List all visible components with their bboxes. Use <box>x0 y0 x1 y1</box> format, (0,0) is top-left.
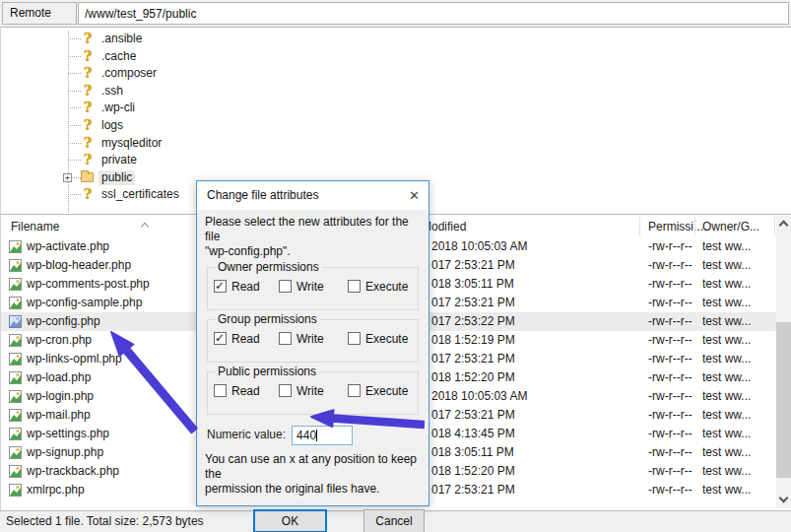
chevron-up-icon <box>779 221 789 231</box>
numeric-value-row: Numeric value:440 <box>207 424 421 445</box>
tree-item-ansible[interactable]: ?.ansible <box>1 31 395 47</box>
public-permissions-group: Public permissions ReadWriteExecute <box>207 371 419 415</box>
scroll-up-button[interactable] <box>776 216 791 232</box>
folder-icon <box>81 172 94 182</box>
unknown-folder-icon: ? <box>81 32 95 46</box>
remote-site-label: Remote site: <box>2 2 77 25</box>
chevron-down-icon <box>779 494 789 503</box>
text-cursor <box>316 430 317 441</box>
public-read-checkbox[interactable] <box>214 384 227 397</box>
remote-site-path-input[interactable] <box>78 2 789 25</box>
scrollbar-thumb[interactable] <box>776 322 791 478</box>
php-file-icon <box>9 278 22 291</box>
ftp-client-window: Remote site: ?.ansible ?.cache ?.compose… <box>0 0 791 532</box>
tree-item-label: .composer <box>99 66 160 81</box>
group-read-checkbox[interactable] <box>214 332 227 345</box>
tree-item-wp-cli[interactable]: ?.wp-cli <box>1 100 395 116</box>
tree-item-mysqleditor[interactable]: ?mysqleditor <box>1 135 395 152</box>
group-write-checkbox[interactable] <box>279 332 292 345</box>
tree-item-label: private <box>99 153 140 167</box>
php-file-icon-selected <box>9 315 22 328</box>
vertical-scrollbar[interactable] <box>776 216 791 508</box>
php-file-icon <box>9 446 22 459</box>
tree-item-private[interactable]: ?private <box>1 152 395 168</box>
group-execute-checkbox[interactable] <box>348 332 361 345</box>
tree-item-label: logs <box>99 118 126 133</box>
sort-ascending-icon <box>142 222 149 229</box>
php-file-icon <box>9 484 22 497</box>
numeric-value-label: Numeric value: <box>207 428 286 441</box>
tree-item-cache[interactable]: ?.cache <box>1 48 395 65</box>
owner-write-checkbox[interactable] <box>279 280 292 293</box>
close-icon[interactable]: ✕ <box>409 181 420 210</box>
unknown-folder-icon: ? <box>81 136 95 151</box>
php-file-icon <box>9 297 22 309</box>
php-file-icon <box>9 240 22 253</box>
tree-item-label: .wp-cli <box>99 100 138 115</box>
remote-site-bar: Remote site: <box>0 0 791 27</box>
column-header-filename[interactable]: Filename <box>11 216 59 237</box>
column-header-owner-group[interactable]: Owner/G... <box>702 216 759 237</box>
php-file-icon <box>9 428 22 440</box>
group-permissions-group: Group permissions ReadWriteExecute <box>207 319 419 363</box>
php-file-icon <box>9 259 22 272</box>
tree-item-label: .ansible <box>99 32 145 46</box>
php-file-icon <box>9 390 22 403</box>
unknown-folder-icon: ? <box>81 49 95 64</box>
scroll-down-button[interactable] <box>776 493 791 508</box>
tree-expander-icon[interactable]: + <box>63 173 72 182</box>
unknown-folder-icon: ? <box>81 187 95 202</box>
php-file-icon <box>9 334 22 347</box>
dialog-note: You can use an x at any position to keep… <box>205 452 421 497</box>
tree-item-logs[interactable]: ?logs <box>1 117 395 134</box>
tree-item-label: .cache <box>99 49 139 64</box>
change-file-attributes-dialog: Change file attributes ✕ Please select t… <box>196 180 429 506</box>
public-execute-checkbox[interactable] <box>348 384 361 397</box>
tree-item-label: mysqleditor <box>99 136 165 151</box>
tree-item-ssh[interactable]: ?.ssh <box>1 83 395 100</box>
tree-item-composer[interactable]: ?.composer <box>1 65 395 82</box>
unknown-folder-icon: ? <box>81 153 95 167</box>
public-write-checkbox[interactable] <box>279 384 292 397</box>
owner-permissions-group: Owner permissions ReadWriteExecute <box>207 267 419 310</box>
dialog-title: Change file attributes <box>207 181 318 210</box>
tree-item-label: public <box>99 170 135 185</box>
owner-execute-checkbox[interactable] <box>348 280 361 293</box>
unknown-folder-icon: ? <box>81 100 95 115</box>
ok-button[interactable]: OK <box>253 509 327 532</box>
php-file-icon <box>9 353 22 366</box>
unknown-folder-icon: ? <box>81 84 95 99</box>
php-file-icon <box>9 371 22 384</box>
dialog-buttons: OK Cancel <box>205 509 421 532</box>
cancel-button[interactable]: Cancel <box>363 509 425 532</box>
tree-item-label: .ssh <box>99 84 126 99</box>
dialog-titlebar: Change file attributes ✕ <box>197 181 428 210</box>
php-file-icon <box>9 409 22 422</box>
tree-item-label: ssl_certificates <box>99 187 182 202</box>
owner-read-checkbox[interactable] <box>214 280 227 293</box>
unknown-folder-icon: ? <box>81 66 95 81</box>
php-file-icon <box>9 465 22 478</box>
numeric-value-input[interactable]: 440 <box>292 426 353 445</box>
dialog-body: Please select the new attributes for the… <box>197 210 428 532</box>
unknown-folder-icon: ? <box>81 118 95 133</box>
dialog-message: Please select the new attributes for the… <box>205 215 421 259</box>
